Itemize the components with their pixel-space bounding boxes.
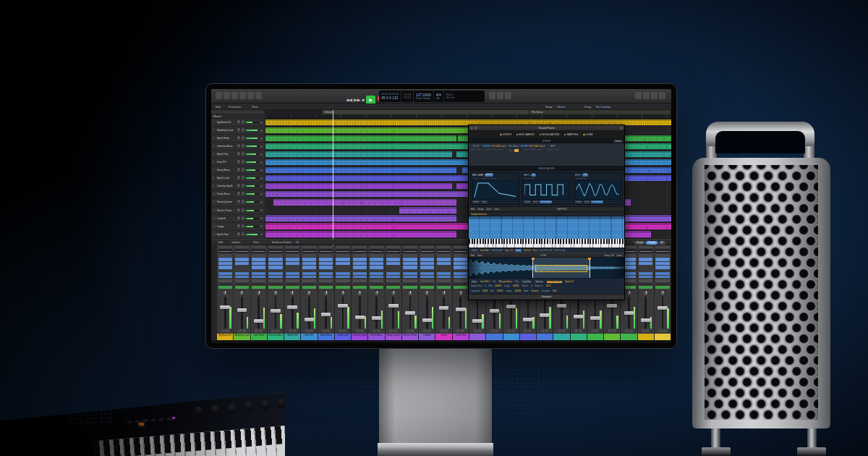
mixer-channel-strip[interactable]: Synth Lead bbox=[335, 245, 351, 340]
channel-fader[interactable] bbox=[286, 297, 299, 329]
input-slot[interactable] bbox=[386, 254, 400, 257]
mute-solo-buttons[interactable] bbox=[286, 329, 299, 333]
mixer-channel-strip[interactable]: Crunchy Synth bbox=[352, 245, 367, 340]
channel-fader[interactable] bbox=[454, 297, 467, 329]
output-slot[interactable] bbox=[386, 279, 400, 282]
volume-slider[interactable] bbox=[246, 177, 259, 179]
solo-button[interactable]: S bbox=[242, 209, 245, 212]
mute-button[interactable]: M bbox=[237, 185, 241, 187]
audio-region[interactable] bbox=[265, 183, 452, 190]
details-button[interactable]: Details bbox=[613, 140, 623, 143]
output-slot[interactable] bbox=[268, 279, 282, 282]
send-slots[interactable] bbox=[252, 272, 265, 279]
pan-knob[interactable] bbox=[260, 193, 263, 196]
zone-waveform-editor[interactable] bbox=[469, 258, 624, 279]
automation-mode[interactable] bbox=[286, 286, 299, 289]
pan-knob[interactable] bbox=[260, 200, 263, 204]
audio-fx-slots[interactable] bbox=[655, 258, 669, 271]
audio-fx-slots[interactable] bbox=[252, 258, 265, 271]
output-slot[interactable] bbox=[370, 279, 383, 282]
volume-slider[interactable] bbox=[246, 153, 259, 155]
filter-parallel-button[interactable] bbox=[514, 149, 519, 152]
mute-solo-buttons[interactable] bbox=[403, 329, 417, 333]
setting-button[interactable] bbox=[639, 246, 652, 248]
channel-fader[interactable] bbox=[252, 297, 265, 329]
rewind-icon[interactable]: ◀◀ bbox=[346, 98, 352, 102]
solo-button[interactable]: S bbox=[242, 200, 245, 203]
mute-button[interactable]: M bbox=[237, 145, 241, 148]
volume-slider[interactable] bbox=[246, 161, 259, 163]
volume-slider[interactable] bbox=[246, 201, 259, 203]
audio-fx-slots[interactable] bbox=[218, 258, 232, 271]
mute-solo-buttons[interactable] bbox=[571, 329, 585, 333]
automation-mode[interactable] bbox=[218, 286, 232, 289]
mute-solo-buttons[interactable] bbox=[336, 329, 349, 333]
channel-fader[interactable] bbox=[437, 297, 451, 329]
mute-solo-buttons[interactable] bbox=[655, 329, 669, 333]
input-slot[interactable] bbox=[336, 254, 349, 257]
mute-solo-buttons[interactable] bbox=[252, 329, 265, 333]
channel-fader[interactable] bbox=[470, 297, 484, 329]
channel-fader[interactable] bbox=[302, 297, 316, 329]
mute-solo-buttons[interactable] bbox=[488, 329, 501, 333]
eq-thumbnail[interactable] bbox=[235, 249, 249, 253]
group-slot[interactable] bbox=[386, 283, 400, 285]
channel-fader[interactable] bbox=[588, 297, 602, 329]
setting-button[interactable] bbox=[386, 246, 400, 248]
mixer-channel-strip[interactable]: Big Boom Kit bbox=[217, 245, 233, 340]
track-header[interactable]: 8Synth LeadMS bbox=[211, 174, 265, 182]
mute-button[interactable]: M bbox=[237, 129, 241, 132]
menu-functions[interactable]: Functions bbox=[229, 104, 241, 110]
snap-menu[interactable]: Snap:Smart bbox=[545, 104, 569, 110]
mixer-view-toggle[interactable]: Single Tracks All bbox=[634, 241, 665, 245]
setting-button[interactable] bbox=[319, 246, 333, 248]
audio-region[interactable] bbox=[265, 143, 477, 150]
pan-knob[interactable] bbox=[357, 290, 362, 296]
pan-knob[interactable] bbox=[260, 185, 263, 188]
input-slot[interactable] bbox=[353, 254, 367, 257]
track-header[interactable]: 9Crunchy SynthMS bbox=[211, 182, 265, 190]
volume-slider[interactable] bbox=[246, 130, 259, 131]
send-slots[interactable] bbox=[420, 272, 434, 279]
channel-fader[interactable] bbox=[386, 297, 400, 329]
group-slot[interactable] bbox=[268, 283, 282, 285]
automation-mode[interactable] bbox=[386, 286, 400, 289]
mute-button[interactable]: M bbox=[237, 209, 241, 212]
mute-solo-buttons[interactable] bbox=[319, 329, 333, 333]
mixer-channel-strip[interactable]: Cowbell bbox=[419, 245, 435, 340]
mixer-channel-strip[interactable] bbox=[638, 245, 654, 340]
group-slot[interactable] bbox=[286, 283, 299, 285]
plugin-title-bar[interactable]: Grand Piano bbox=[469, 125, 624, 131]
output-slot[interactable] bbox=[218, 279, 232, 282]
audio-fx-slots[interactable] bbox=[268, 258, 282, 271]
automation-mode[interactable] bbox=[302, 286, 316, 289]
pan-knob[interactable] bbox=[260, 232, 263, 236]
lfo1-graph[interactable] bbox=[524, 180, 569, 200]
track-header[interactable]: 1Big Boom KitMS bbox=[211, 119, 265, 127]
audio-fx-slots[interactable] bbox=[319, 258, 333, 271]
drag-menu[interactable]: Drag:No Overlap bbox=[584, 104, 615, 110]
pan-knob[interactable] bbox=[374, 290, 380, 296]
mixer-menu-view[interactable]: View bbox=[253, 240, 259, 245]
eq-thumbnail[interactable] bbox=[386, 249, 400, 253]
solo-button[interactable]: S bbox=[242, 121, 245, 124]
track-header[interactable]: 3Synth HookMS bbox=[211, 135, 265, 143]
mixer-view-all[interactable]: All bbox=[658, 241, 665, 245]
mute-button[interactable]: M bbox=[237, 153, 241, 156]
mixer-channel-strip[interactable]: Morphing Lead bbox=[234, 245, 250, 340]
eq-thumbnail[interactable] bbox=[639, 249, 652, 253]
pan-knob[interactable] bbox=[289, 290, 295, 296]
pan-knob[interactable] bbox=[643, 290, 649, 296]
pan-knob[interactable] bbox=[260, 208, 263, 212]
automation-mode[interactable] bbox=[639, 286, 652, 289]
pan-knob[interactable] bbox=[323, 290, 329, 296]
eq-thumbnail[interactable] bbox=[319, 249, 333, 253]
audio-fx-slots[interactable] bbox=[437, 258, 451, 271]
volume-slider[interactable] bbox=[246, 234, 259, 235]
pan-knob[interactable] bbox=[260, 129, 263, 132]
setting-button[interactable] bbox=[437, 246, 451, 248]
solo-button[interactable]: S bbox=[242, 185, 245, 187]
track-header[interactable]: 14CongaMS bbox=[211, 223, 265, 231]
send-slots[interactable] bbox=[386, 272, 400, 279]
automation-mode[interactable] bbox=[437, 286, 451, 289]
